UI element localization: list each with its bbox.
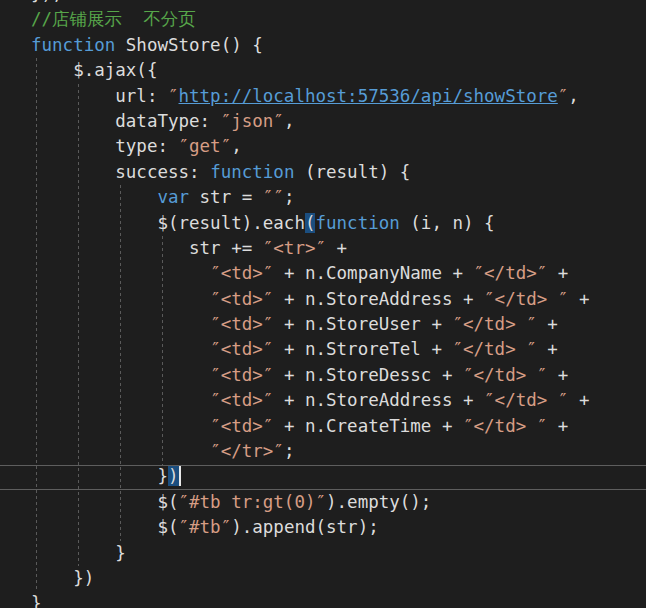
code-token: ″<tr>″ <box>263 238 326 258</box>
code-token: ″<td>″ <box>210 365 273 385</box>
code-token: ″</td>″ <box>474 263 548 283</box>
code-token <box>31 441 210 461</box>
code-token: ″</td> ″ <box>452 314 536 334</box>
code-token: ).empty(); <box>326 492 431 512</box>
code-line[interactable]: }); <box>31 0 589 7</box>
code-token: ″</td> ″ <box>463 416 547 436</box>
code-token: + n.CreateTime + <box>273 416 463 436</box>
code-token: , <box>284 111 295 131</box>
code-token: ″</td> ″ <box>484 289 568 309</box>
code-token <box>31 365 210 385</box>
code-line[interactable]: ″</tr>″; <box>31 439 589 464</box>
code-line[interactable]: ″<td>″ + n.StoreDessc + ″</td> ″ + <box>31 363 589 388</box>
code-token: ″ <box>558 86 569 106</box>
code-line[interactable]: } <box>31 541 589 566</box>
code-token <box>31 390 210 410</box>
code-token: var <box>157 187 189 207</box>
code-line[interactable]: ″<td>″ + n.StoreUser + ″</td> ″ + <box>31 312 589 337</box>
code-token: $( <box>31 517 179 537</box>
code-token: + <box>547 416 568 436</box>
code-token: (i, n) { <box>400 213 495 233</box>
code-token: + n.StroreTel + <box>273 339 452 359</box>
code-line[interactable]: function ShowStore() { <box>31 33 589 58</box>
code-line[interactable]: }) <box>31 566 589 591</box>
code-line[interactable]: ″<td>″ + n.StroreTel + ″</td> ″ + <box>31 337 589 362</box>
code-editor[interactable]: });//店铺展示 不分页function ShowStore() { $.aj… <box>0 0 646 608</box>
code-token: ″#tb″ <box>179 517 232 537</box>
code-area[interactable]: });//店铺展示 不分页function ShowStore() { $.aj… <box>31 0 589 608</box>
code-line[interactable]: ″<td>″ + n.StoreAddress + ″</td> ″ + <box>31 287 589 312</box>
code-token: ″json″ <box>221 111 284 131</box>
code-token: ″</td> ″ <box>463 365 547 385</box>
code-line[interactable]: $(″#tb tr:gt(0)″).empty(); <box>31 490 589 515</box>
code-token: + n.StoreUser + <box>273 314 452 334</box>
code-line[interactable]: }) <box>31 464 589 489</box>
code-token: (result) { <box>294 162 410 182</box>
code-token: ″</td> ″ <box>484 390 568 410</box>
code-token: , <box>568 86 579 106</box>
code-token: ″<td>″ <box>210 263 273 283</box>
code-token: ″</tr>″ <box>210 441 284 461</box>
code-token: ″#tb tr:gt(0)″ <box>179 492 327 512</box>
code-token: ″<td>″ <box>210 390 273 410</box>
code-line[interactable]: ″<td>″ + n.CompanyName + ″</td>″ + <box>31 261 589 286</box>
code-line[interactable]: type: ″get″, <box>31 134 589 159</box>
code-line[interactable]: $(result).each(function (i, n) { <box>31 211 589 236</box>
code-token: type: <box>31 136 179 156</box>
code-token: ; <box>284 187 295 207</box>
code-token: url: <box>31 86 168 106</box>
code-token: ″ <box>168 86 179 106</box>
code-token: ″<td>″ <box>210 314 273 334</box>
code-token: function <box>210 162 294 182</box>
code-token <box>31 289 210 309</box>
code-token <box>31 416 210 436</box>
matched-brace: ) <box>168 466 179 486</box>
code-token: success: <box>31 162 210 182</box>
code-token: $( <box>31 492 179 512</box>
code-token: function <box>31 35 115 55</box>
code-token <box>31 339 210 359</box>
code-token: }) <box>31 568 94 588</box>
code-token: + <box>537 314 558 334</box>
code-token: , <box>231 136 242 156</box>
code-token: + n.CompanyName + <box>273 263 473 283</box>
code-line[interactable]: } <box>31 591 589 608</box>
code-token: ″<td>″ <box>210 416 273 436</box>
code-line[interactable]: //店铺展示 不分页 <box>31 7 589 32</box>
code-line[interactable]: $.ajax({ <box>31 58 589 83</box>
code-line[interactable]: ″<td>″ + n.StoreAddress + ″</td> ″ + <box>31 388 589 413</box>
code-line[interactable]: var str = ″″; <box>31 185 589 210</box>
text-cursor <box>179 466 181 486</box>
code-token <box>31 187 157 207</box>
code-token: + <box>547 263 568 283</box>
code-line[interactable]: str += ″<tr>″ + <box>31 236 589 261</box>
code-token: //店铺展示 不分页 <box>31 9 196 29</box>
url-link[interactable]: http://localhost:57536/api/showStore <box>179 86 558 106</box>
code-line[interactable]: success: function (result) { <box>31 160 589 185</box>
code-token: + <box>537 339 558 359</box>
code-token: ).append(str); <box>231 517 379 537</box>
code-token: str += <box>31 238 263 258</box>
code-line[interactable]: dataType: ″json″, <box>31 109 589 134</box>
code-token: ″get″ <box>179 136 232 156</box>
code-token: + n.StoreAddress + <box>273 390 484 410</box>
code-token: ShowStore() { <box>115 35 263 55</box>
code-token: str = <box>189 187 263 207</box>
code-token: $(result).each <box>31 213 305 233</box>
code-token: + <box>547 365 568 385</box>
code-token: ″</td> ″ <box>452 339 536 359</box>
code-token <box>31 263 210 283</box>
code-token: } <box>31 593 42 608</box>
code-line[interactable]: ″<td>″ + n.CreateTime + ″</td> ″ + <box>31 414 589 439</box>
code-token: ″″ <box>263 187 284 207</box>
code-token: ″<td>″ <box>210 289 273 309</box>
code-token: } <box>31 543 126 563</box>
code-line[interactable]: $(″#tb″).append(str); <box>31 515 589 540</box>
code-token: + n.StoreAddress + <box>273 289 484 309</box>
code-token: dataType: <box>31 111 221 131</box>
code-token <box>31 314 210 334</box>
code-line[interactable]: url: ″http://localhost:57536/api/showSto… <box>31 84 589 109</box>
code-token: + <box>326 238 347 258</box>
code-token: } <box>31 466 168 486</box>
code-token: + <box>568 390 589 410</box>
